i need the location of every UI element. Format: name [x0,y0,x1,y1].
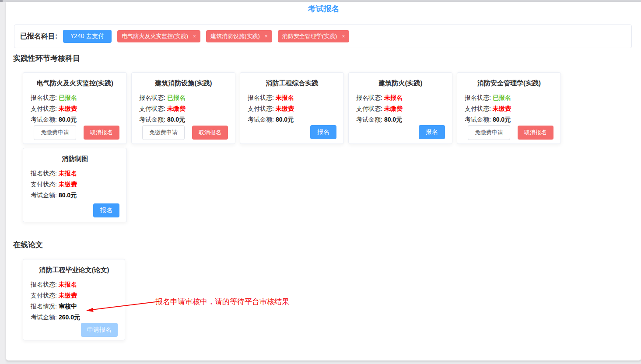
card-buttons: 免缴费申请 取消报名 [139,125,228,140]
amount-value: 80.0元 [59,192,77,199]
subject-tag[interactable]: 电气防火及火灾监控(实践) × [117,30,200,42]
pay-status-line: 支付状态:未缴费 [31,179,119,190]
pay-status-line: 支付状态:未缴费 [31,103,119,114]
reg-detail-value: 审核中 [59,303,77,310]
pay-status-value: 未缴费 [59,105,77,112]
thesis-card-title: 消防工程毕业论文(论文) [31,266,118,274]
amount-line: 考试金额:80.0元 [31,114,119,125]
apply-button[interactable]: 报名 [93,203,119,217]
reg-status-value: 未报名 [276,94,294,101]
card-buttons: 报名 [248,125,336,139]
cancel-registration-button[interactable]: 取消报名 [518,126,553,140]
reg-status-line: 报名状态:已报名 [139,92,228,103]
subject-tag[interactable]: 建筑消防设施(实践) × [206,30,272,42]
apply-button[interactable]: 报名 [419,125,445,139]
reg-status-line: 报名状态:未报名 [248,92,336,103]
amount-line: 考试金额:80.0元 [356,114,445,125]
subject-card-title: 消防工程综合实践 [248,79,336,88]
amount-line: 考试金额:80.0元 [248,114,336,125]
subject-card: 消防工程综合实践 报名状态:未报名 支付状态:未缴费 考试金额:80.0元 报名 [240,72,344,144]
amount-line: 考试金额:80.0元 [465,114,553,125]
section-title-thesis: 在线论文 [13,240,43,250]
subject-card: 消防安全管理学(实践) 报名状态:已报名 支付状态:未缴费 考试金额:80.0元… [457,72,561,144]
pay-status-line: 支付状态:未缴费 [248,103,336,114]
subject-card-title: 电气防火及火灾监控(实践) [31,79,119,88]
reg-status-line: 报名状态:已报名 [465,92,553,103]
practical-cards-row: 电气防火及火灾监控(实践) 报名状态:已报名 支付状态:未缴费 考试金额:80.… [23,72,561,144]
apply-request-button-disabled[interactable]: 申请报名 [81,323,118,337]
apply-button[interactable]: 报名 [310,125,336,139]
amount-value: 80.0元 [384,116,402,123]
amount-value: 80.0元 [59,116,77,123]
registered-subjects-bar: 已报名科目: ¥240 去支付 电气防火及火灾监控(实践) × 建筑消防设施(实… [14,24,632,48]
subject-card: 消防制图 报名状态:未报名 支付状态:未缴费 考试金额:80.0元 报名 [23,148,127,222]
pay-status-value: 未缴费 [384,105,403,112]
card-buttons: 申请报名 [31,323,118,337]
pay-status-line: 支付状态:未缴费 [139,103,228,114]
subject-tag-label: 建筑消防设施(实践) [210,32,260,40]
close-icon[interactable]: × [193,33,196,39]
subject-tag-label: 消防安全管理学(实践) [282,32,337,40]
section-title-practical: 实践性环节考核科目 [13,53,80,63]
pay-status-line: 支付状态:未缴费 [465,103,553,114]
pay-status-value: 未缴费 [276,105,294,112]
card-buttons: 免缴费申请 取消报名 [31,125,119,140]
cancel-registration-button[interactable]: 取消报名 [84,126,119,140]
pay-status-line: 支付状态:未缴费 [356,103,445,114]
page-title: 考试报名 [6,4,641,14]
reg-status-line: 报名状态:未报名 [31,279,118,290]
cancel-registration-button[interactable]: 取消报名 [192,126,228,140]
pay-status-value: 未缴费 [493,105,511,112]
amount-value: 80.0元 [276,116,294,123]
amount-line: 考试金额:80.0元 [31,190,119,201]
reg-status-line: 报名状态:已报名 [31,92,119,103]
subject-tag[interactable]: 消防安全管理学(实践) × [278,30,350,42]
reg-status-value: 已报名 [59,94,77,101]
pay-status-value: 未缴费 [59,181,77,188]
amount-value: 80.0元 [167,116,185,123]
pay-status-value: 未缴费 [167,105,186,112]
reg-status-line: 报名状态:未报名 [356,92,445,103]
amount-value: 80.0元 [493,116,511,123]
pay-button[interactable]: ¥240 去支付 [63,30,112,43]
card-buttons: 报名 [356,125,445,139]
amount-value: 260.0元 [59,314,80,321]
reg-status-value: 已报名 [493,94,511,101]
reg-status-value: 未报名 [59,281,77,288]
fee-waiver-button[interactable]: 免缴费申请 [34,125,76,140]
subject-card-title: 建筑消防设施(实践) [139,79,228,88]
subject-card: 建筑防火(实践) 报名状态:未报名 支付状态:未缴费 考试金额:80.0元 报名 [348,72,452,144]
subject-card: 建筑消防设施(实践) 报名状态:已报名 支付状态:未缴费 考试金额:80.0元 … [131,72,235,144]
fee-waiver-button[interactable]: 免缴费申请 [142,125,185,140]
fee-waiver-button[interactable]: 免缴费申请 [468,125,510,140]
subject-card-title: 建筑防火(实践) [356,79,445,88]
close-icon[interactable]: × [342,33,345,39]
subject-card: 电气防火及火灾监控(实践) 报名状态:已报名 支付状态:未缴费 考试金额:80.… [23,72,127,144]
reg-status-value: 已报名 [167,94,186,101]
subject-tag-label: 电气防火及火灾监控(实践) [122,32,188,40]
review-annotation-text: 报名申请审核中，请的等待平台审核结果 [155,297,289,307]
subject-card-title: 消防安全管理学(实践) [465,79,553,88]
left-gutter [0,2,6,364]
card-buttons: 免缴费申请 取消报名 [465,125,553,140]
reg-status-line: 报名状态:未报名 [31,168,119,179]
amount-line: 考试金额:80.0元 [139,114,228,125]
close-icon[interactable]: × [265,33,268,39]
exam-registration-panel: 考试报名 已报名科目: ¥240 去支付 电气防火及火灾监控(实践) × 建筑消… [6,2,641,360]
card-buttons: 报名 [31,203,119,217]
pay-status-value: 未缴费 [59,292,77,299]
subject-card-title: 消防制图 [31,155,119,163]
reg-status-value: 未报名 [59,170,77,177]
reg-status-value: 未报名 [384,94,403,101]
annotation-arrow-icon [84,298,161,314]
registered-subjects-label: 已报名科目: [20,32,57,41]
